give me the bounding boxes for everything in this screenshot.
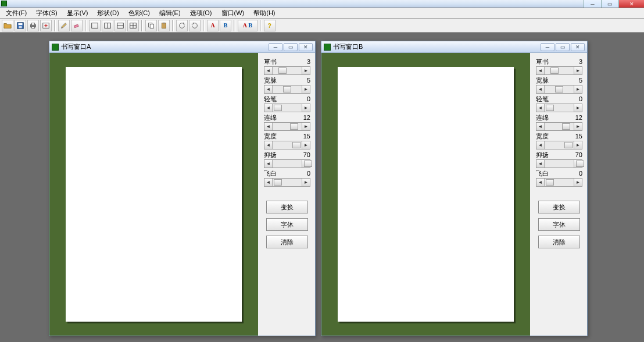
slider-track[interactable] bbox=[273, 160, 302, 168]
toolbar-eraser-icon[interactable] bbox=[71, 20, 83, 31]
slider-right-arrow-icon[interactable]: ► bbox=[302, 86, 310, 93]
toolbar-open-icon[interactable] bbox=[2, 20, 13, 31]
slider-thumb[interactable] bbox=[576, 161, 584, 167]
child-a-titlebar[interactable]: 书写窗口A ─ ▭ ✕ bbox=[49, 41, 315, 53]
param-slider[interactable]: ◄► bbox=[264, 159, 310, 168]
slider-thumb[interactable] bbox=[283, 86, 291, 92]
font-button[interactable]: 字体 bbox=[538, 218, 580, 231]
child-a-close-button[interactable]: ✕ bbox=[299, 43, 313, 51]
slider-track[interactable] bbox=[545, 104, 574, 112]
param-slider[interactable]: ◄► bbox=[536, 122, 582, 131]
slider-left-arrow-icon[interactable]: ◄ bbox=[264, 67, 273, 74]
slider-left-arrow-icon[interactable]: ◄ bbox=[536, 160, 545, 168]
toolbar-window-b-button[interactable]: B bbox=[220, 20, 231, 31]
slider-track[interactable] bbox=[273, 67, 302, 74]
slider-right-arrow-icon[interactable]: ► bbox=[302, 179, 310, 186]
child-b-maximize-button[interactable]: ▭ bbox=[556, 43, 570, 51]
menu-font[interactable]: 字体(S) bbox=[33, 8, 61, 18]
transform-button[interactable]: 变换 bbox=[538, 201, 580, 213]
menu-view[interactable]: 显示(V) bbox=[63, 8, 92, 18]
slider-track[interactable] bbox=[273, 86, 302, 93]
menu-file[interactable]: 文件(F) bbox=[2, 8, 30, 18]
param-slider[interactable]: ◄► bbox=[536, 104, 582, 112]
slider-left-arrow-icon[interactable]: ◄ bbox=[264, 160, 273, 168]
param-slider[interactable]: ◄► bbox=[536, 66, 582, 75]
toolbar-layout2-icon[interactable] bbox=[102, 20, 113, 31]
toolbar-copy-icon[interactable] bbox=[145, 20, 157, 31]
toolbar-rotate-right-icon[interactable] bbox=[189, 20, 201, 31]
font-button[interactable]: 字体 bbox=[266, 218, 308, 231]
param-slider[interactable]: ◄► bbox=[536, 178, 582, 187]
slider-thumb[interactable] bbox=[290, 123, 298, 130]
slider-track[interactable] bbox=[545, 160, 574, 168]
toolbar-pencil-icon[interactable] bbox=[58, 20, 70, 31]
param-slider[interactable]: ◄► bbox=[264, 122, 310, 131]
slider-left-arrow-icon[interactable]: ◄ bbox=[264, 123, 273, 130]
child-b-titlebar[interactable]: 书写窗口B ─ ▭ ✕ bbox=[321, 41, 587, 53]
slider-track[interactable] bbox=[273, 123, 302, 130]
slider-right-arrow-icon[interactable]: ► bbox=[574, 123, 582, 130]
toolbar-layout1-icon[interactable] bbox=[89, 20, 101, 31]
slider-track[interactable] bbox=[545, 123, 574, 130]
transform-button[interactable]: 变换 bbox=[266, 201, 308, 213]
slider-left-arrow-icon[interactable]: ◄ bbox=[264, 179, 273, 186]
slider-right-arrow-icon[interactable]: ► bbox=[574, 141, 582, 149]
param-slider[interactable]: ◄► bbox=[536, 141, 582, 149]
param-slider[interactable]: ◄► bbox=[264, 85, 310, 94]
slider-left-arrow-icon[interactable]: ◄ bbox=[264, 141, 273, 149]
menu-shape[interactable]: 形状(D) bbox=[94, 8, 122, 18]
param-slider[interactable]: ◄► bbox=[536, 85, 582, 94]
slider-track[interactable] bbox=[545, 86, 574, 93]
slider-thumb[interactable] bbox=[550, 67, 559, 74]
param-slider[interactable]: ◄► bbox=[264, 141, 310, 149]
slider-track[interactable] bbox=[545, 179, 574, 186]
slider-right-arrow-icon[interactable]: ► bbox=[574, 86, 582, 93]
toolbar-rotate-left-icon[interactable] bbox=[176, 20, 188, 31]
param-slider[interactable]: ◄► bbox=[264, 66, 310, 75]
slider-thumb[interactable] bbox=[292, 142, 300, 148]
child-a-minimize-button[interactable]: ─ bbox=[269, 43, 282, 51]
slider-right-arrow-icon[interactable]: ► bbox=[302, 141, 310, 149]
slider-thumb[interactable] bbox=[555, 86, 563, 92]
slider-left-arrow-icon[interactable]: ◄ bbox=[264, 86, 273, 93]
slider-left-arrow-icon[interactable]: ◄ bbox=[536, 67, 545, 74]
slider-left-arrow-icon[interactable]: ◄ bbox=[536, 123, 545, 130]
menu-edit[interactable]: 编辑(E) bbox=[156, 8, 184, 18]
toolbar-print-icon[interactable] bbox=[27, 20, 39, 31]
slider-left-arrow-icon[interactable]: ◄ bbox=[536, 104, 545, 112]
slider-track[interactable] bbox=[545, 67, 574, 74]
slider-track[interactable] bbox=[273, 104, 302, 112]
param-slider[interactable]: ◄► bbox=[264, 178, 310, 187]
slider-thumb[interactable] bbox=[274, 179, 282, 186]
slider-right-arrow-icon[interactable]: ► bbox=[574, 67, 582, 74]
slider-thumb[interactable] bbox=[564, 142, 573, 148]
menu-help[interactable]: 帮助(H) bbox=[250, 8, 278, 18]
toolbar-save-icon[interactable] bbox=[15, 20, 26, 31]
slider-right-arrow-icon[interactable]: ► bbox=[574, 104, 582, 112]
slider-left-arrow-icon[interactable]: ◄ bbox=[536, 179, 545, 186]
slider-track[interactable] bbox=[273, 179, 302, 186]
menu-color[interactable]: 色彩(C) bbox=[125, 8, 153, 18]
slider-thumb[interactable] bbox=[546, 179, 554, 186]
menu-option[interactable]: 选项(O) bbox=[187, 8, 216, 18]
os-minimize-button[interactable]: ─ bbox=[584, 0, 601, 8]
child-a-maximize-button[interactable]: ▭ bbox=[284, 43, 298, 51]
child-b-close-button[interactable]: ✕ bbox=[571, 43, 585, 51]
toolbar-window-ab-button[interactable]: A B bbox=[238, 20, 257, 31]
slider-track[interactable] bbox=[273, 141, 302, 149]
toolbar-layout4-icon[interactable] bbox=[127, 20, 139, 31]
clear-button[interactable]: 清除 bbox=[538, 236, 580, 248]
clear-button[interactable]: 清除 bbox=[266, 236, 308, 248]
slider-thumb[interactable] bbox=[304, 161, 312, 167]
slider-thumb[interactable] bbox=[562, 123, 570, 130]
slider-right-arrow-icon[interactable]: ► bbox=[302, 123, 310, 130]
toolbar-window-a-button[interactable]: A bbox=[207, 20, 219, 31]
slider-left-arrow-icon[interactable]: ◄ bbox=[264, 104, 273, 112]
os-close-button[interactable]: ✕ bbox=[618, 0, 644, 8]
menu-window[interactable]: 窗口(W) bbox=[218, 8, 248, 18]
writing-canvas-a[interactable] bbox=[66, 67, 242, 322]
param-slider[interactable]: ◄► bbox=[264, 104, 310, 112]
slider-thumb[interactable] bbox=[274, 105, 282, 111]
slider-right-arrow-icon[interactable]: ► bbox=[302, 67, 310, 74]
writing-canvas-b[interactable] bbox=[338, 67, 514, 322]
